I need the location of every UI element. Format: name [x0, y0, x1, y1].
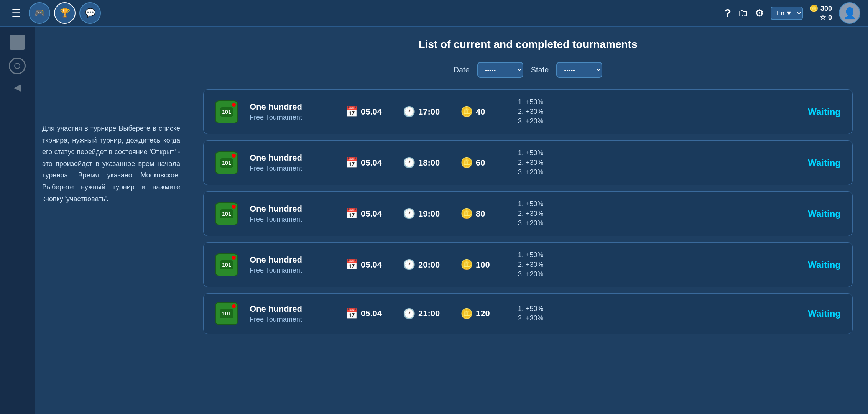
tournament-name: One hundred	[250, 102, 334, 112]
tournament-list: 101 One hundred Free Tournament 📅 05.04 …	[203, 89, 853, 334]
tournament-time-block: 🕐 17:00	[403, 106, 449, 118]
tournament-coins-block: 🪙 100	[460, 259, 506, 271]
info-panel: Для участия в турнире Выберете в списке …	[35, 27, 188, 414]
tournament-name-block: One hundred Free Tournament	[250, 204, 334, 223]
tournament-time: 18:00	[418, 158, 440, 168]
tournament-icon: 101	[215, 253, 238, 276]
tournament-coins: 60	[476, 158, 485, 168]
tournament-icon-text: 101	[220, 209, 233, 219]
prize-item: 2. +30%	[518, 261, 572, 269]
tournament-card[interactable]: 101 One hundred Free Tournament 📅 05.04 …	[203, 242, 853, 287]
prize-item: 3. +20%	[518, 117, 572, 125]
prize-item: 2. +30%	[518, 210, 572, 218]
tournament-icon: 101	[215, 151, 238, 174]
coins-icon: 🪙	[460, 157, 473, 169]
avatar[interactable]: 👤	[839, 2, 860, 24]
tournament-subtitle: Free Tournament	[250, 164, 334, 172]
tournament-subtitle: Free Tournament	[250, 266, 334, 274]
sidebar: ◀	[0, 27, 35, 414]
tournament-prizes: 1. +50%2. +30%3. +20%	[518, 98, 572, 125]
help-icon[interactable]: ?	[724, 7, 731, 20]
back-arrow[interactable]: ◀	[14, 82, 21, 93]
trophy-button[interactable]: 🏆	[54, 2, 76, 24]
star-amount: 0	[828, 14, 832, 22]
tournament-card[interactable]: 101 One hundred Free Tournament 📅 05.04 …	[203, 191, 853, 236]
prize-item: 2. +30%	[518, 108, 572, 116]
coin-icon: 🪙	[810, 4, 818, 13]
prize-item: 1. +50%	[518, 251, 572, 259]
calendar-icon: 📅	[345, 106, 358, 118]
tournament-prizes: 1. +50%2. +30%3. +20%	[518, 200, 572, 227]
sidebar-circle	[9, 58, 26, 74]
icon-dot	[232, 304, 236, 308]
header-right: ? 🗂 ⚙ En ▼ Ru 🪙 300 ☆ 0 👤	[724, 2, 860, 24]
tournament-subtitle: Free Tournament	[250, 215, 334, 223]
tournament-date-block: 📅 05.04	[345, 308, 391, 320]
tournament-name-block: One hundred Free Tournament	[250, 255, 334, 274]
state-filter-select[interactable]: -----	[556, 62, 602, 78]
coins-icon: 🪙	[460, 259, 473, 271]
gamepad-button[interactable]: 🎮	[29, 2, 50, 24]
calendar-icon: 📅	[345, 308, 358, 320]
chat-button[interactable]: 💬	[79, 2, 101, 24]
icon-dot	[232, 154, 236, 158]
tournament-date-block: 📅 05.04	[345, 208, 391, 220]
tournament-date: 05.04	[361, 309, 382, 319]
tournament-date: 05.04	[361, 158, 382, 168]
tournament-coins-block: 🪙 80	[460, 208, 506, 220]
header-left: ☰ 🎮 🏆 💬	[8, 2, 101, 24]
tournament-name-block: One hundred Free Tournament	[250, 153, 334, 172]
info-text: Для участия в турнире Выберете в списке …	[42, 123, 180, 205]
tournament-coins: 120	[476, 309, 490, 319]
tournament-icon-text: 101	[220, 309, 233, 318]
settings-icon[interactable]: ⚙	[755, 7, 764, 19]
tournament-status: Waiting	[808, 209, 841, 219]
prize-item: 2. +30%	[518, 314, 572, 322]
prize-item: 1. +50%	[518, 305, 572, 313]
tournament-icon-text: 101	[220, 107, 233, 117]
language-select[interactable]: En ▼ Ru	[771, 7, 803, 20]
tournament-icon: 101	[215, 202, 238, 225]
calendar-icon: 📅	[345, 259, 358, 271]
tournament-name-block: One hundred Free Tournament	[250, 304, 334, 324]
tournament-status: Waiting	[808, 158, 841, 168]
prize-item: 3. +20%	[518, 168, 572, 176]
prize-item: 2. +30%	[518, 159, 572, 167]
tournament-icon: 101	[215, 100, 238, 123]
tournament-icon: 101	[215, 302, 238, 325]
prize-item: 3. +20%	[518, 270, 572, 278]
tournament-card[interactable]: 101 One hundred Free Tournament 📅 05.04 …	[203, 293, 853, 334]
wallet-icon[interactable]: 🗂	[738, 7, 748, 19]
icon-dot	[232, 256, 236, 260]
tournament-time-block: 🕐 19:00	[403, 208, 449, 220]
main-layout: ◀ Для участия в турнире Выберете в списк…	[0, 27, 868, 414]
date-filter-select[interactable]: -----	[477, 62, 523, 78]
coins-icon: 🪙	[460, 208, 473, 220]
tournament-date: 05.04	[361, 260, 382, 270]
coins-icon: 🪙	[460, 106, 473, 118]
tournament-time: 21:00	[418, 309, 440, 319]
date-filter-label: Date	[454, 66, 470, 74]
prize-item: 3. +20%	[518, 219, 572, 227]
page-title: List of current and completed tournament…	[203, 38, 853, 51]
tournament-name-block: One hundred Free Tournament	[250, 102, 334, 122]
tournament-name: One hundred	[250, 255, 334, 265]
clock-icon: 🕐	[403, 208, 415, 220]
prize-item: 1. +50%	[518, 98, 572, 106]
clock-icon: 🕐	[403, 259, 415, 271]
coins-icon: 🪙	[460, 308, 473, 320]
tournament-card[interactable]: 101 One hundred Free Tournament 📅 05.04 …	[203, 89, 853, 134]
tournament-date-block: 📅 05.04	[345, 106, 391, 118]
tournament-time: 17:00	[418, 107, 440, 117]
tournament-status: Waiting	[808, 107, 841, 117]
calendar-icon: 📅	[345, 208, 358, 220]
tournament-time: 19:00	[418, 209, 440, 219]
tournament-subtitle: Free Tournament	[250, 315, 334, 324]
tournament-prizes: 1. +50%2. +30%	[518, 305, 572, 322]
menu-button[interactable]: ☰	[8, 5, 25, 21]
tournament-subtitle: Free Tournament	[250, 113, 334, 122]
prize-item: 1. +50%	[518, 200, 572, 208]
tournament-card[interactable]: 101 One hundred Free Tournament 📅 05.04 …	[203, 140, 853, 185]
tournament-icon-text: 101	[220, 260, 233, 269]
tournament-time: 20:00	[418, 260, 440, 270]
